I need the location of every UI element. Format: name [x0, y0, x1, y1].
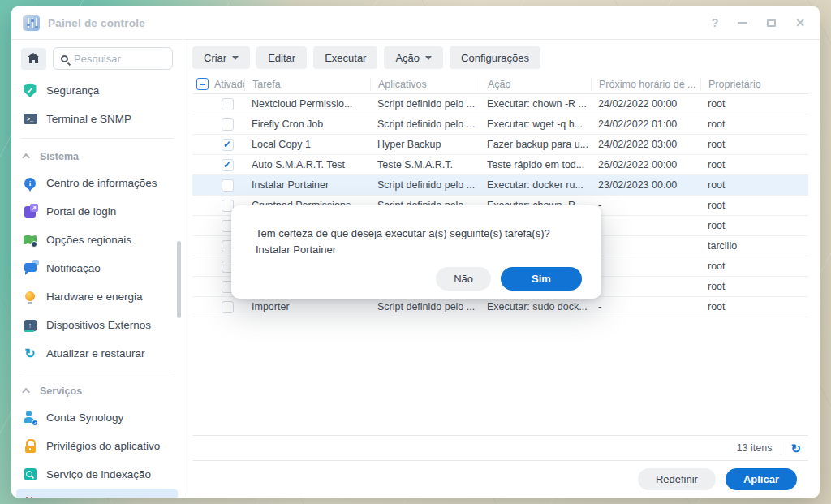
footer-bar: Redefinir Aplicar	[192, 460, 808, 497]
sidebar-item-label: Opções regionais	[46, 234, 131, 246]
maximize-icon[interactable]	[767, 19, 776, 27]
cell-acao: Teste rápido em tod...	[480, 159, 591, 170]
column-header-tarefa[interactable]: Tarefa	[244, 78, 370, 91]
sidebar-section-servicos[interactable]: Serviços	[16, 378, 178, 403]
sidebar-item-servico-indexacao[interactable]: Serviço de indexação	[16, 460, 178, 489]
cell-proximo: -	[591, 301, 700, 312]
select-all-checkbox[interactable]	[196, 78, 209, 90]
acao-button[interactable]: Ação	[384, 46, 443, 69]
column-header-proximo[interactable]: Próximo horário de ...	[591, 78, 700, 91]
refresh-icon[interactable]: ↻	[790, 442, 801, 454]
sidebar-item-label: Atualizar e restaurar	[46, 347, 145, 360]
executar-button[interactable]: Executar	[313, 46, 377, 69]
shield-check-icon: ✓	[23, 84, 37, 98]
sidebar-item-label: Dispositivos Externos	[46, 319, 151, 331]
cell-acao: Executar: chown -R ...	[480, 98, 591, 110]
table-row[interactable]: Importer Script definido pelo ... Execut…	[192, 297, 808, 317]
table-row[interactable]: Local Copy 1 Hyper Backup Fazer backup p…	[192, 135, 808, 155]
cell-proprietario: root	[700, 220, 808, 231]
cell-aplicativos: Teste S.M.A.R.T.	[370, 159, 480, 170]
cell-proprietario: root	[700, 118, 808, 130]
redefinir-button[interactable]: Redefinir	[638, 468, 716, 490]
sidebar-item-label: Programador de tarefas	[46, 497, 162, 498]
row-checkbox[interactable]	[222, 301, 234, 313]
configuracoes-button[interactable]: Configurações	[450, 46, 540, 69]
column-header-ativado[interactable]: Ativado	[214, 78, 244, 91]
column-header-proprietario[interactable]: Proprietário	[700, 78, 808, 91]
sidebar-item-label: Hardware e energia	[46, 291, 143, 303]
cell-proximo: -	[591, 200, 700, 211]
help-icon[interactable]: ?	[712, 17, 719, 28]
sidebar-item-atualizar-restaurar[interactable]: ↻ Atualizar e restaurar	[16, 339, 178, 368]
cell-proprietario: tarcilio	[700, 240, 808, 252]
aplicar-button[interactable]: Aplicar	[726, 468, 797, 490]
sidebar-item-terminal-snmp[interactable]: >_ Terminal e SNMP	[16, 105, 178, 133]
cell-tarefa: Auto S.M.A.R.T. Test	[244, 159, 370, 170]
row-checkbox[interactable]	[222, 98, 234, 110]
sidebar-item-programador-tarefas[interactable]: Programador de tarefas	[16, 489, 178, 498]
table-header: Ativado Tarefa Aplicativos Ação Próximo …	[192, 75, 808, 94]
column-header-aplicativos[interactable]: Aplicativos	[370, 78, 480, 91]
calendar-icon	[23, 496, 37, 498]
cell-proprietario: root	[700, 179, 808, 191]
sidebar-item-label: Conta Synology	[46, 411, 123, 424]
dialog-message: Tem certeza de que deseja executar a(s) …	[256, 225, 582, 243]
window-title: Painel de controle	[48, 17, 145, 29]
sidebar-item-dispositivos-externos[interactable]: ↑ Dispositivos Externos	[16, 311, 178, 339]
table-row[interactable]: Auto S.M.A.R.T. Test Teste S.M.A.R.T. Te…	[192, 155, 808, 175]
sidebar-item-seguranca[interactable]: ✓ Segurança	[16, 76, 178, 105]
cell-proximo: 24/02/2022 00:00	[591, 98, 700, 110]
row-checkbox[interactable]	[222, 159, 234, 171]
caret-down-icon	[232, 56, 239, 60]
sidebar-item-portal-login[interactable]: ↗ Portal de login	[16, 197, 178, 226]
sidebar-item-centro-informacoes[interactable]: i Centro de informações	[16, 169, 178, 197]
row-checkbox[interactable]	[222, 139, 234, 151]
cell-proprietario: root	[700, 261, 808, 272]
cell-proprietario: root	[700, 139, 808, 150]
sidebar-item-label: Centro de informações	[46, 177, 157, 189]
cell-proprietario: root	[700, 159, 808, 170]
control-panel-icon	[24, 15, 40, 31]
row-checkbox[interactable]	[222, 118, 234, 131]
sidebar-item-label: Privilégios do aplicativo	[46, 440, 160, 452]
table-row-selected[interactable]: Instalar Portainer Script definido pelo …	[192, 175, 808, 196]
sidebar-divider	[21, 373, 173, 373]
table-row[interactable]: Firefly Cron Job Script definido pelo ..…	[192, 114, 808, 135]
sidebar-section-label: Serviços	[40, 386, 82, 397]
sidebar-item-label: Terminal e SNMP	[46, 113, 131, 125]
row-checkbox[interactable]	[222, 179, 234, 192]
update-restore-icon: ↻	[23, 347, 37, 361]
sidebar-scrollbar[interactable]	[177, 241, 181, 318]
sidebar-item-notificacao[interactable]: Notificação	[16, 254, 178, 282]
sidebar-item-privilegios-aplicativo[interactable]: Privilégios do aplicativo	[16, 432, 178, 460]
cell-tarefa: Firefly Cron Job	[244, 118, 370, 130]
items-count: 13 itens	[737, 442, 773, 454]
sidebar: Pesquisar ✓ Segurança >_ Terminal e SNMP…	[11, 40, 183, 497]
column-header-acao[interactable]: Ação	[480, 78, 591, 91]
sidebar-section-sistema[interactable]: Sistema	[16, 144, 178, 169]
criar-button[interactable]: Criar	[192, 46, 250, 69]
lightbulb-icon	[23, 290, 37, 304]
close-icon[interactable]: ✕	[795, 17, 805, 28]
cell-aplicativos: Script definido pelo ...	[370, 179, 480, 191]
sidebar-item-hardware-energia[interactable]: Hardware e energia	[16, 282, 178, 311]
cell-acao: Executar: docker ru...	[480, 179, 591, 191]
synology-account-icon: ✓	[23, 411, 37, 425]
sidebar-item-conta-synology[interactable]: ✓ Conta Synology	[16, 403, 178, 432]
pager-divider	[781, 442, 781, 455]
minimize-icon[interactable]	[738, 22, 747, 24]
external-device-icon: ↑	[23, 318, 37, 333]
search-placeholder: Pesquisar	[74, 53, 121, 65]
table-row[interactable]: Nextcloud Permissio... Script definido p…	[192, 94, 808, 114]
home-button[interactable]	[21, 48, 46, 70]
cell-proprietario: root	[700, 200, 808, 211]
nao-button[interactable]: Não	[436, 267, 491, 291]
sidebar-item-opcoes-regionais[interactable]: Opções regionais	[16, 226, 178, 254]
cell-acao: Executar: wget -q h...	[480, 118, 591, 130]
cell-proximo: 24/02/2022 01:00	[591, 118, 700, 130]
sidebar-divider	[21, 138, 173, 139]
sim-button[interactable]: Sim	[501, 267, 582, 291]
sidebar-item-label: Segurança	[46, 84, 99, 97]
search-input[interactable]: Pesquisar	[53, 47, 173, 70]
editar-button[interactable]: Editar	[256, 46, 307, 69]
